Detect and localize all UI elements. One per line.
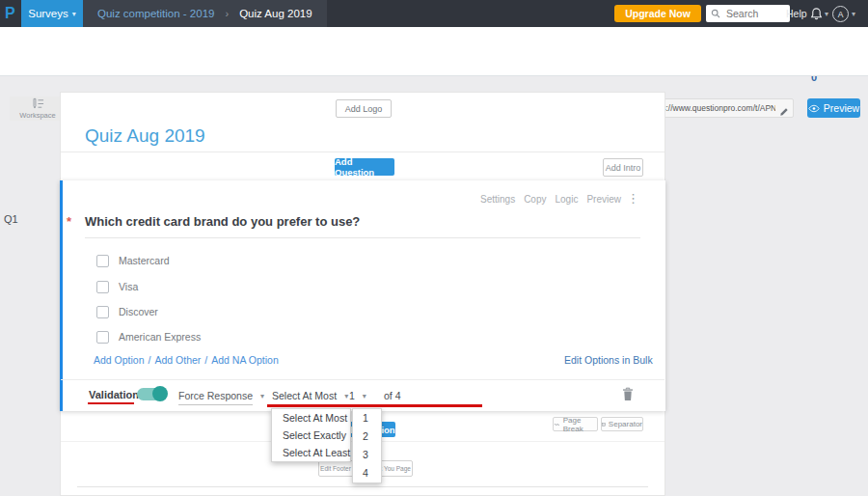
separator-icon	[602, 421, 606, 428]
option-label: American Express	[119, 331, 201, 343]
preview-label: Preview	[824, 102, 859, 114]
workspace-icon	[31, 97, 45, 110]
edit-options-in-bulk-link[interactable]: Edit Options in Bulk	[564, 354, 653, 366]
survey-title[interactable]: Quiz Aug 2019	[85, 125, 205, 147]
option-row-visa[interactable]: Visa	[96, 280, 138, 293]
add-na-option-link[interactable]: Add NA Option	[211, 354, 278, 366]
required-asterisk: *	[67, 214, 71, 229]
chevron-down-icon: ▾	[363, 392, 366, 400]
add-other-link[interactable]: Add Other	[154, 354, 201, 366]
validation-rule-menu: Select At Most Select Exactly Select At …	[271, 408, 351, 462]
breadcrumb: Quiz competition - 2019 › Quiz Aug 2019	[83, 0, 327, 27]
add-logo-button[interactable]: Add Logo	[336, 99, 392, 118]
upgrade-now-button[interactable]: Upgrade Now	[614, 5, 701, 22]
edit-url-pencil-icon[interactable]	[779, 103, 789, 121]
option-label: Visa	[119, 281, 138, 292]
surveys-label: Surveys	[28, 8, 68, 19]
question-text[interactable]: Which credit card brand do you prefer to…	[85, 214, 360, 229]
global-search	[706, 5, 790, 22]
validation-rule-dropdown[interactable]: Select At Most ▾	[272, 390, 348, 401]
question-preview-link[interactable]: Preview	[586, 194, 621, 205]
menu-item-count-1[interactable]: 1	[353, 409, 381, 427]
slash-separator: /	[204, 354, 207, 366]
option-label: Discover	[119, 306, 158, 317]
chevron-down-icon: ▾	[344, 392, 348, 400]
option-row-discover[interactable]: Discover	[96, 305, 158, 318]
chevron-down-icon[interactable]: ▾	[825, 10, 828, 18]
questionpro-logo: P	[5, 5, 15, 22]
search-input[interactable]	[724, 7, 784, 20]
avatar[interactable]: A	[832, 6, 849, 22]
checkbox[interactable]	[96, 255, 109, 267]
validation-count-menu: 1 2 3 4	[352, 408, 382, 483]
menu-item-count-4[interactable]: 4	[353, 464, 381, 482]
page-break-icon	[554, 421, 560, 428]
chevron-down-icon[interactable]: ▾	[852, 10, 855, 18]
rule-label: Select At Most	[272, 390, 337, 401]
annotation-underline-validation	[88, 402, 134, 404]
preview-button[interactable]: Preview	[807, 98, 860, 118]
question-copy-link[interactable]: Copy	[524, 194, 546, 205]
breadcrumb-separator: ›	[225, 8, 229, 19]
of-total-label: of 4	[384, 390, 401, 401]
slash-separator: /	[149, 354, 151, 366]
menu-item-select-at-most[interactable]: Select At Most	[272, 409, 350, 427]
checkbox[interactable]	[96, 331, 109, 344]
search-icon	[711, 9, 720, 18]
force-response-label: Force Response	[178, 390, 253, 401]
surveys-menu[interactable]: Surveys ▾	[21, 0, 83, 27]
validation-count-dropdown[interactable]: 1 ▾	[349, 390, 366, 401]
chevron-down-icon: ▾	[260, 392, 264, 400]
page-break-button[interactable]: Page Break	[553, 417, 598, 431]
divider	[85, 237, 640, 238]
separator-button[interactable]: Separator	[601, 417, 643, 431]
toolbar-workspace[interactable]: Workspace	[10, 96, 66, 121]
menu-item-count-3[interactable]: 3	[353, 446, 381, 464]
dropdown-underline	[178, 404, 253, 405]
menu-item-select-at-least[interactable]: Select At Least	[272, 444, 350, 461]
option-add-links: Add Option / Add Other / Add NA Option	[94, 354, 279, 366]
chevron-down-icon: ▾	[72, 10, 76, 18]
breadcrumb-survey: Quiz Aug 2019	[239, 8, 312, 19]
divider	[77, 486, 648, 487]
question-actions: Settings Copy Logic Preview	[480, 194, 621, 205]
validation-label: Validation	[89, 389, 139, 400]
divider	[61, 379, 665, 380]
separator-label: Separator	[609, 420, 642, 428]
annotation-underline-rule	[267, 404, 482, 407]
add-option-link[interactable]: Add Option	[94, 354, 145, 366]
delete-question-trash-icon[interactable]	[622, 387, 634, 405]
questionpro-survey-editor: P Surveys ▾ Quiz competition - 2019 › Qu…	[0, 0, 868, 496]
toolbar-label: Workspace	[19, 111, 55, 120]
section-nav: Edit Distribute Analytics Integration To…	[0, 27, 868, 48]
question-logic-link[interactable]: Logic	[556, 194, 579, 205]
option-row-american-express[interactable]: American Express	[96, 330, 201, 344]
menu-item-count-2[interactable]: 2	[353, 427, 381, 446]
editor-toolbar: Workspace Design Media Library AA Langua…	[0, 47, 868, 76]
validation-toggle[interactable]	[137, 388, 166, 400]
add-intro-button[interactable]: Add Intro	[603, 158, 643, 177]
breadcrumb-folder[interactable]: Quiz competition - 2019	[97, 8, 214, 19]
question-number: Q1	[4, 213, 18, 225]
more-options-icon[interactable]: ⋮	[627, 191, 639, 206]
eye-icon	[808, 104, 820, 113]
survey-url-input[interactable]	[646, 102, 777, 114]
notifications-bell-icon[interactable]	[810, 7, 823, 24]
toggle-knob	[152, 386, 168, 401]
question-settings-link[interactable]: Settings	[480, 194, 515, 205]
add-question-button-top[interactable]: Add Question	[335, 158, 394, 176]
divider	[61, 152, 665, 152]
help-link[interactable]: Help	[786, 8, 807, 19]
checkbox[interactable]	[96, 306, 109, 318]
checkbox[interactable]	[96, 281, 109, 293]
count-label: 1	[349, 390, 355, 401]
menu-item-select-exactly[interactable]: Select Exactly	[272, 427, 350, 444]
page-break-label: Page Break	[563, 416, 597, 433]
top-bar: P Surveys ▾ Quiz competition - 2019 › Qu…	[0, 0, 868, 27]
force-response-dropdown[interactable]: Force Response ▾	[178, 390, 264, 401]
option-row-mastercard[interactable]: Mastercard	[96, 254, 170, 267]
option-label: Mastercard	[119, 255, 170, 266]
